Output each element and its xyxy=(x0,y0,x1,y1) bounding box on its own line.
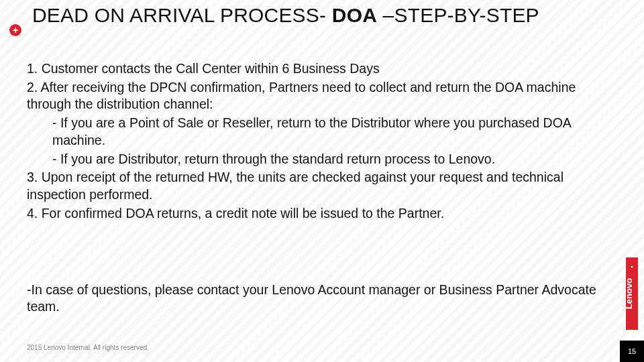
contact-note: -In case of questions, please contact yo… xyxy=(27,282,604,316)
plus-icon: + xyxy=(9,24,21,36)
step-4: 4. For confirmed DOA returns, a credit n… xyxy=(27,205,613,223)
step-3: 3. Upon receipt of the returned HW, the … xyxy=(27,169,613,203)
step-2a: - If you are a Point of Sale or Reseller… xyxy=(27,115,613,149)
slide-title: DEAD ON ARRIVAL PROCESS- DOA –STEP-BY-ST… xyxy=(32,4,617,27)
brand-text: Lenovo xyxy=(626,278,634,309)
title-bold: DOA xyxy=(332,4,377,26)
step-1: 1. Customer contacts the Call Center wit… xyxy=(27,60,613,78)
lenovo-logo: Lenovo xyxy=(626,257,638,330)
footer-copyright: 2015 Lenovo Internal. All rights reserve… xyxy=(27,344,149,351)
step-2: 2. After receiving the DPCN confirmation… xyxy=(27,79,613,113)
slide-body: 1. Customer contacts the Call Center wit… xyxy=(27,60,613,224)
title-pre: DEAD ON ARRIVAL PROCESS- xyxy=(32,4,332,26)
title-post: –STEP-BY-STEP xyxy=(377,4,539,26)
page-number: 15 xyxy=(620,341,644,362)
slide: + DEAD ON ARRIVAL PROCESS- DOA –STEP-BY-… xyxy=(0,0,644,362)
svg-point-1 xyxy=(631,266,633,268)
step-2b: - If you are Distributor, return through… xyxy=(27,151,613,168)
